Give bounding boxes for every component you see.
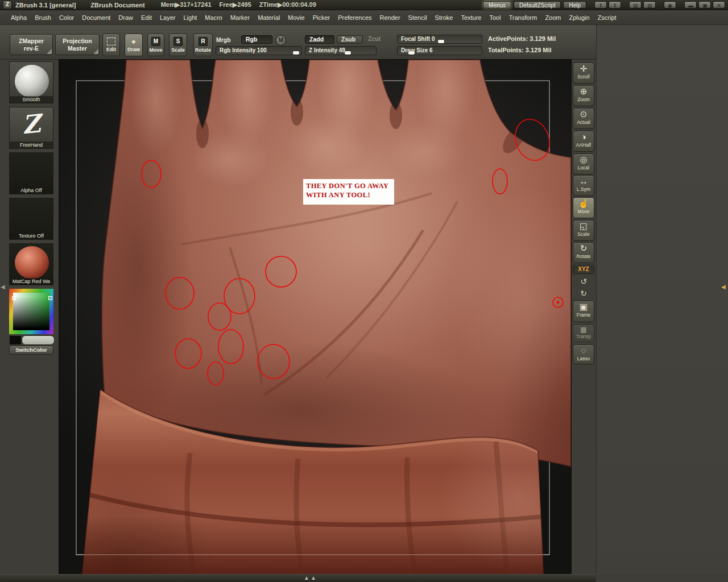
rotate-label: Rotate bbox=[195, 47, 211, 53]
title-bar: Z ZBrush 3.1 [general] ZBrush Document M… bbox=[0, 0, 728, 10]
right-shelf-zoom-button[interactable]: ⊕ Zoom bbox=[573, 85, 594, 106]
note-line-2: WITH ANY TOOL! bbox=[306, 190, 391, 199]
rotate-button[interactable]: R Rotate bbox=[193, 34, 213, 56]
memory-stat: Mem▶317+17241 bbox=[161, 1, 212, 9]
right-shelf-actual-button[interactable]: ⊙ Actual bbox=[573, 108, 594, 129]
restore-icon[interactable]: ▣ bbox=[698, 1, 711, 9]
rotate-y-button[interactable]: ↺ bbox=[573, 275, 594, 286]
alpha-thumbnail[interactable]: Alpha Off bbox=[9, 152, 53, 194]
menu-preferences[interactable]: Preferences bbox=[334, 14, 375, 21]
texture-thumbnail[interactable]: Texture Off bbox=[9, 198, 53, 240]
minimize-icon[interactable]: ▬ bbox=[684, 1, 697, 9]
right-shelf-local-button[interactable]: ◎ Local bbox=[573, 153, 594, 174]
color-picker[interactable] bbox=[9, 289, 53, 334]
menus-button[interactable]: Menus bbox=[483, 1, 511, 9]
right-shelf-lsym-button[interactable]: ↔ L.Sym bbox=[573, 175, 594, 196]
z-intensity-handle[interactable] bbox=[345, 51, 351, 55]
focal-shift-slider[interactable]: Focal Shift 0 bbox=[397, 35, 482, 44]
draw-size-slider[interactable]: Draw Size 6 bbox=[397, 46, 482, 55]
close-icon[interactable]: ✕ bbox=[713, 1, 725, 9]
rotate-z-button[interactable]: ↻ bbox=[573, 287, 594, 298]
current-tool-thumbnail[interactable]: Smooth bbox=[9, 61, 53, 103]
menu-edit[interactable]: Edit bbox=[137, 14, 156, 21]
menu-alpha[interactable]: Alpha bbox=[7, 14, 31, 21]
menu-macro[interactable]: Macro bbox=[201, 14, 226, 21]
menu-zoom[interactable]: Zoom bbox=[541, 14, 565, 21]
menu-marker[interactable]: Marker bbox=[226, 14, 254, 21]
material-thumbnail[interactable]: MatCap Red Wa bbox=[9, 243, 53, 285]
menu-transform[interactable]: Transform bbox=[505, 14, 541, 21]
menu-zscript[interactable]: Zscript bbox=[594, 14, 621, 21]
focal-shift-handle[interactable] bbox=[438, 40, 444, 43]
actual-label: Actual bbox=[573, 120, 594, 125]
rgb-button[interactable]: Rgb bbox=[241, 35, 272, 44]
free-memory-stat: Free▶2495 bbox=[220, 1, 251, 9]
menu-draw[interactable]: Draw bbox=[114, 14, 137, 21]
menu-movie[interactable]: Movie bbox=[284, 14, 308, 21]
zcut-button[interactable]: Zcut bbox=[365, 35, 384, 43]
draw-button[interactable]: ⌖ Draw bbox=[125, 34, 143, 56]
right-shelf-scale-button[interactable]: ◱ Scale bbox=[573, 220, 594, 241]
projection-master-button[interactable]: Projection Master bbox=[55, 34, 100, 55]
bottom-tray-handle[interactable]: ▲▲ bbox=[304, 575, 317, 581]
secondary-color-swatch[interactable] bbox=[9, 335, 22, 345]
menu-document[interactable]: Document bbox=[78, 14, 114, 21]
right-tray-arrow[interactable]: ◀ bbox=[721, 284, 726, 290]
menu-stencil[interactable]: Stencil bbox=[404, 14, 431, 21]
matcap-sphere-icon bbox=[15, 246, 49, 279]
color-picker-gradient[interactable] bbox=[13, 293, 49, 330]
menu-zplugin[interactable]: Zplugin bbox=[565, 14, 594, 21]
move-button[interactable]: M Move bbox=[147, 34, 164, 56]
left-tray-arrow[interactable]: ◀ bbox=[1, 284, 5, 290]
m-mode-button[interactable]: M bbox=[276, 35, 286, 45]
main-color-swatch[interactable] bbox=[22, 335, 55, 345]
menu-layer[interactable]: Layer bbox=[156, 14, 180, 21]
menu-material[interactable]: Material bbox=[254, 14, 284, 21]
menu-render[interactable]: Render bbox=[376, 14, 404, 21]
lock-icon[interactable]: ◉ bbox=[664, 1, 676, 9]
right-shelf-move-button[interactable]: ☝ Move bbox=[573, 197, 594, 218]
menu-color[interactable]: Color bbox=[55, 14, 78, 21]
scale-label: Scale bbox=[171, 47, 185, 53]
lsym-label: L.Sym bbox=[573, 187, 594, 192]
rgb-intensity-slider[interactable]: Rgb Intensity 100 bbox=[216, 46, 302, 55]
zmapper-button[interactable]: ZMapper rev-E bbox=[10, 34, 53, 55]
draw-size-handle[interactable] bbox=[408, 51, 415, 55]
document-canvas[interactable]: THEY DON'T GO AWAY WITH ANY TOOL! bbox=[59, 59, 572, 575]
right-shelf-transp-button[interactable]: ▩ Transp bbox=[573, 325, 594, 342]
z-intensity-slider[interactable]: Z Intensity 49 bbox=[305, 46, 377, 55]
transparency-icon: ▩ bbox=[573, 325, 594, 334]
menu-tool[interactable]: Tool bbox=[485, 14, 504, 21]
smooth-brush-icon bbox=[15, 65, 49, 98]
menu-light[interactable]: Light bbox=[180, 14, 201, 21]
right-shelf-rotate-button[interactable]: ↻ Rotate bbox=[573, 242, 594, 263]
zsub-button[interactable]: Zsub bbox=[337, 35, 363, 44]
total-points-stat: TotalPoints: 3.129 Mil bbox=[488, 47, 552, 53]
right-shelf-scroll-button[interactable]: ✛ Scroll bbox=[573, 63, 594, 84]
menu-picker[interactable]: Picker bbox=[309, 14, 334, 21]
edit-label: Edit bbox=[106, 47, 116, 52]
default-zscript-button[interactable]: DefaultZScript bbox=[514, 1, 561, 9]
menu-stroke[interactable]: Stroke bbox=[431, 14, 457, 21]
stroke-thumbnail[interactable]: Z FreeHand bbox=[9, 107, 53, 149]
tool-label: Smooth bbox=[10, 96, 53, 103]
switch-color-button[interactable]: SwitchColor bbox=[9, 346, 53, 355]
lasso-icon: ◌ bbox=[573, 345, 594, 356]
right-shelf-frame-button[interactable]: ▣ Frame bbox=[573, 301, 594, 322]
right-shelf-lasso-button[interactable]: ◌ Lasso bbox=[573, 344, 594, 364]
menu-texture[interactable]: Texture bbox=[457, 14, 485, 21]
layout-grid-icon[interactable]: ▤ bbox=[629, 1, 642, 9]
edit-button[interactable]: Edit bbox=[102, 34, 120, 56]
mrgb-button[interactable]: Mrgb bbox=[216, 36, 231, 43]
layout-columns-icon[interactable]: ▥ bbox=[643, 1, 656, 9]
xyz-constraint-button[interactable]: XYZ bbox=[573, 265, 594, 274]
interface-sliders-icon[interactable]: ‖ bbox=[594, 1, 607, 9]
rgb-intensity-handle[interactable] bbox=[293, 51, 299, 55]
right-shelf-aahalf-button[interactable]: ◑ AAHalf bbox=[573, 131, 594, 152]
scale-button[interactable]: S Scale bbox=[169, 34, 187, 56]
local-label: Local bbox=[573, 165, 594, 171]
zadd-button[interactable]: Zadd bbox=[305, 35, 334, 44]
menu-brush[interactable]: Brush bbox=[31, 14, 55, 21]
interface-sliders2-icon[interactable]: ‖ bbox=[609, 1, 621, 9]
help-button[interactable]: Help bbox=[563, 1, 586, 9]
